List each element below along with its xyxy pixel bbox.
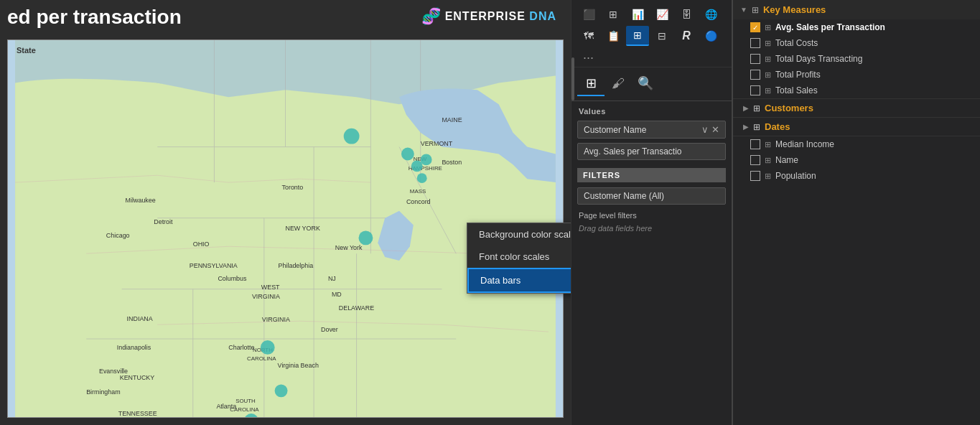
svg-text:KENTUCKY: KENTUCKY xyxy=(120,374,155,381)
customer-name-chip[interactable]: Customer Name ∨ ✕ xyxy=(577,121,726,139)
toolbar-icon-6[interactable]: 🌐 xyxy=(699,4,722,24)
logo: 🧬 ENTERPRISE DNA xyxy=(421,7,556,26)
svg-text:SOUTH: SOUTH xyxy=(235,398,256,404)
dates-header[interactable]: ▶ ⊞ Dates xyxy=(733,118,980,136)
toolbar-icon-8[interactable]: 📋 xyxy=(602,26,625,46)
checkbox-median-income[interactable] xyxy=(750,139,760,149)
key-measures-title: Key Measures xyxy=(763,4,826,15)
svg-text:TENNESSEE: TENNESSEE xyxy=(118,410,157,417)
toolbar-icon-1[interactable]: ⬛ xyxy=(577,4,600,24)
customers-section: ▶ ⊞ Customers xyxy=(733,99,980,118)
svg-text:Toronto: Toronto xyxy=(282,184,304,191)
rp-item-population[interactable]: ⊞ Population xyxy=(733,168,980,184)
svg-point-54 xyxy=(421,154,432,165)
svg-text:Evansville: Evansville xyxy=(99,368,128,375)
svg-text:DELAWARE: DELAWARE xyxy=(339,304,374,312)
checkbox-name[interactable] xyxy=(750,155,760,165)
checkbox-population[interactable] xyxy=(750,171,760,181)
customers-header[interactable]: ▶ ⊞ Customers xyxy=(733,99,980,117)
middle-panel: ⬛ ⊞ 📊 📈 🗄 🌐 🗺 📋 ⊞ ⊟ R 🔵 ... ⊞ 🖌 🔍 Values… xyxy=(571,0,732,425)
ctx-font-color-scales[interactable]: Font color scales xyxy=(467,246,571,268)
field-expand-icon[interactable]: ∨ xyxy=(701,124,709,135)
item-label-median-income: Median Income xyxy=(775,139,834,149)
item-label-population: Population xyxy=(775,171,816,181)
checkbox-total-days[interactable] xyxy=(750,54,760,64)
svg-text:MAINE: MAINE xyxy=(442,116,462,123)
key-measures-header[interactable]: ▼ ⊞ Key Measures xyxy=(733,0,980,19)
state-label: State xyxy=(17,46,36,55)
tab-analytics[interactable]: 🔍 xyxy=(632,72,659,96)
toolbar-icon-5[interactable]: 🗄 xyxy=(675,4,698,24)
checkbox-total-profits[interactable] xyxy=(750,70,760,80)
svg-point-53 xyxy=(411,160,423,172)
svg-text:Philadelphia: Philadelphia xyxy=(279,262,314,269)
svg-text:Birmingham: Birmingham xyxy=(86,388,121,396)
context-menu-left[interactable]: Background color scales Font color scale… xyxy=(467,223,571,294)
svg-text:MASS: MASS xyxy=(410,188,426,195)
avg-sales-chip[interactable]: Avg. Sales per Transactio xyxy=(577,143,726,160)
right-panel: ▼ ⊞ Key Measures ✓ ⊞ Avg. Sales per Tran… xyxy=(732,0,980,425)
rp-item-total-sales[interactable]: ⊞ Total Sales xyxy=(733,83,980,98)
measure-icon-total-sales: ⊞ xyxy=(765,86,771,95)
customers-triangle-icon: ▶ xyxy=(743,104,749,112)
svg-text:Detroit: Detroit xyxy=(154,218,173,225)
item-label-avg-sales: Avg. Sales per Transaction xyxy=(775,22,885,32)
svg-text:Concord: Concord xyxy=(406,198,431,205)
svg-point-58 xyxy=(275,384,288,397)
values-label: Values xyxy=(571,101,732,118)
svg-text:INDIANA: INDIANA xyxy=(127,315,153,322)
toolbar-icon-globe[interactable]: 🔵 xyxy=(699,26,722,46)
item-label-total-days: Total Days Transacting xyxy=(775,54,862,64)
svg-text:NEW YORK: NEW YORK xyxy=(286,225,320,232)
map-panel: ed per transaction 🧬 ENTERPRISE DNA Stat… xyxy=(0,0,571,425)
checkbox-total-costs[interactable] xyxy=(750,38,760,48)
measure-icon-avg-sales: ⊞ xyxy=(765,23,771,32)
measure-icon-total-costs: ⊞ xyxy=(765,39,771,48)
svg-text:NJ: NJ xyxy=(328,275,336,282)
tab-fields[interactable]: ⊞ xyxy=(577,72,605,96)
dna-icon: 🧬 xyxy=(421,7,441,26)
toolbar-icon-7[interactable]: 🗺 xyxy=(577,26,600,46)
item-label-name: Name xyxy=(775,155,798,165)
page-filters-label: Page level filters xyxy=(571,207,732,221)
more-icons-button[interactable]: ... xyxy=(577,47,599,62)
ctx-data-bars[interactable]: Data bars xyxy=(467,268,571,293)
tab-row: ⊞ 🖌 🔍 xyxy=(571,67,732,101)
svg-text:CAROLINA: CAROLINA xyxy=(247,355,276,362)
rp-item-name[interactable]: ⊞ Name xyxy=(733,152,980,168)
svg-text:PENNSYLVANIA: PENNSYLVANIA xyxy=(190,262,238,269)
rp-item-total-costs[interactable]: ⊞ Total Costs xyxy=(733,35,980,51)
rp-item-total-profits[interactable]: ⊞ Total Profits xyxy=(733,67,980,83)
toolbar-icon-9[interactable]: ⊟ xyxy=(650,26,673,46)
checkbox-avg-sales[interactable]: ✓ xyxy=(750,22,760,32)
toolbar-icon-2[interactable]: ⊞ xyxy=(602,4,625,24)
svg-text:VIRGINIA: VIRGINIA xyxy=(262,316,290,323)
avg-sales-field-label: Avg. Sales per Transactio xyxy=(584,146,682,157)
customers-title: Customers xyxy=(765,103,813,113)
filter-customer-name-chip[interactable]: Customer Name (All) xyxy=(577,187,726,205)
toolbar-icon-table-active[interactable]: ⊞ xyxy=(626,26,649,46)
checkbox-total-sales[interactable] xyxy=(750,85,760,95)
bottom-items-section: ⊞ Median Income ⊞ Name ⊞ Population xyxy=(733,136,980,184)
measure-icon-median-income: ⊞ xyxy=(765,140,771,149)
scroll-indicator[interactable] xyxy=(571,57,574,101)
ctx-background-color-scales[interactable]: Background color scales xyxy=(467,223,571,246)
dates-title: Dates xyxy=(765,121,790,132)
dates-table-icon: ⊞ xyxy=(753,122,760,132)
tab-format[interactable]: 🖌 xyxy=(605,72,632,96)
field-close-icon[interactable]: ✕ xyxy=(711,124,719,135)
svg-point-56 xyxy=(359,230,373,245)
svg-text:WEST: WEST xyxy=(261,284,280,291)
rp-item-total-days[interactable]: ⊞ Total Days Transacting xyxy=(733,51,980,67)
rp-item-avg-sales[interactable]: ✓ ⊞ Avg. Sales per Transaction xyxy=(733,19,980,35)
toolbar-icon-4[interactable]: 📈 xyxy=(650,4,673,24)
rp-item-median-income[interactable]: ⊞ Median Income xyxy=(733,136,980,152)
svg-text:Virginia Beach: Virginia Beach xyxy=(278,362,319,369)
toolbar-icon-r[interactable]: R xyxy=(675,26,698,46)
svg-text:VERMONT: VERMONT xyxy=(421,140,453,147)
measure-icon-name: ⊞ xyxy=(765,156,771,165)
customer-name-field-label: Customer Name xyxy=(584,125,701,135)
logo-text: ENTERPRISE DNA xyxy=(445,10,556,23)
toolbar-icon-3[interactable]: 📊 xyxy=(626,4,649,24)
icon-toolbar: ⬛ ⊞ 📊 📈 🗄 🌐 🗺 📋 ⊞ ⊟ R 🔵 ... xyxy=(571,0,732,67)
